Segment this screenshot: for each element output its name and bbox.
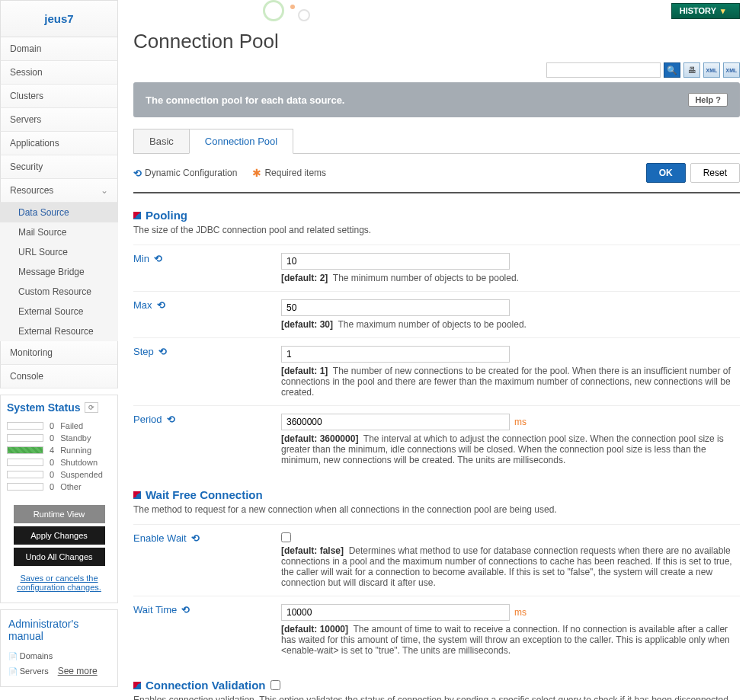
step-label: Step⟲ bbox=[133, 346, 281, 398]
enable-wait-help: [default: false] Determines what method … bbox=[281, 545, 740, 588]
min-help: [default: 2] The minimum number of objec… bbox=[281, 273, 740, 283]
admin-link-domains[interactable]: Domains bbox=[8, 648, 110, 663]
nav-clusters[interactable]: Clusters bbox=[0, 85, 118, 108]
xml-export-icon[interactable]: XML bbox=[723, 62, 740, 78]
search-icon[interactable]: 🔍 bbox=[664, 62, 680, 78]
nav-console[interactable]: Console bbox=[0, 365, 118, 388]
status-failed: 0Failed bbox=[7, 420, 111, 432]
history-button[interactable]: HISTORY bbox=[671, 3, 740, 19]
step-help: [default: 1] The number of new connectio… bbox=[281, 366, 740, 398]
wait-desc: The method to request for a new connecti… bbox=[133, 504, 740, 515]
dynamic-icon: ⟲ bbox=[181, 604, 190, 615]
dynamic-icon: ⟲ bbox=[157, 299, 165, 311]
admin-manual-title: Administrator's manual bbox=[8, 618, 110, 642]
dynamic-icon: ⟲ bbox=[154, 253, 162, 264]
period-help: [default: 3600000] The interval at which… bbox=[281, 433, 740, 465]
sub-mail-source[interactable]: Mail Source bbox=[0, 222, 118, 242]
decorative-circles bbox=[263, 0, 339, 23]
dynamic-icon: ⟲ bbox=[167, 414, 175, 425]
page-title: Connection Pool bbox=[133, 19, 740, 62]
pooling-title: Pooling bbox=[133, 209, 740, 222]
validation-checkbox[interactable] bbox=[270, 680, 280, 690]
tab-basic[interactable]: Basic bbox=[133, 129, 190, 154]
reset-button[interactable]: Reset bbox=[690, 163, 740, 183]
period-label: Period⟲ bbox=[133, 414, 281, 465]
status-refresh-icon[interactable]: ⟳ bbox=[85, 402, 98, 413]
xml-import-icon[interactable]: XML bbox=[703, 62, 720, 78]
legend-required: ✱Required items bbox=[252, 167, 326, 179]
wait-time-help: [default: 10000] The amount of time to w… bbox=[281, 624, 740, 656]
nav-servers[interactable]: Servers bbox=[0, 108, 118, 132]
apply-changes-button[interactable]: Apply Changes bbox=[14, 526, 105, 545]
status-running: 4Running bbox=[7, 444, 111, 456]
ok-button[interactable]: OK bbox=[646, 163, 686, 183]
wait-title: Wait Free Connection bbox=[133, 488, 740, 501]
undo-changes-button[interactable]: Undo All Changes bbox=[14, 548, 105, 566]
min-label: Min⟲ bbox=[133, 253, 281, 283]
sub-url-source[interactable]: URL Source bbox=[0, 242, 118, 262]
save-cancel-note[interactable]: Saves or cancels the configuration chang… bbox=[7, 569, 111, 596]
nav-domain[interactable]: Domain bbox=[0, 37, 118, 61]
legend-dynamic: ⟲Dynamic Configuration bbox=[133, 167, 237, 179]
print-icon[interactable]: 🖶 bbox=[683, 62, 700, 78]
tab-connection-pool[interactable]: Connection Pool bbox=[189, 129, 293, 154]
min-input[interactable] bbox=[281, 253, 510, 270]
sub-custom-resource[interactable]: Custom Resource bbox=[0, 282, 118, 302]
period-input[interactable] bbox=[281, 414, 510, 430]
admin-link-servers[interactable]: Servers bbox=[8, 663, 49, 679]
runtime-view-button[interactable]: Runtime View bbox=[14, 505, 105, 523]
dynamic-icon: ⟲ bbox=[191, 532, 200, 544]
status-other: 0Other bbox=[7, 481, 111, 493]
period-unit: ms bbox=[514, 417, 527, 427]
system-status-title: System Status⟳ bbox=[7, 401, 111, 414]
sub-message-bridge[interactable]: Message Bridge bbox=[0, 262, 118, 282]
enable-wait-checkbox[interactable] bbox=[281, 532, 291, 542]
wait-time-input[interactable] bbox=[281, 604, 510, 621]
status-shutdown: 0Shutdown bbox=[7, 456, 111, 468]
nav-resources[interactable]: Resources bbox=[0, 179, 118, 203]
dynamic-icon: ⟲ bbox=[133, 168, 142, 179]
wait-time-unit: ms bbox=[514, 607, 527, 618]
required-icon: ✱ bbox=[252, 167, 261, 179]
nav-monitoring[interactable]: Monitoring bbox=[0, 341, 118, 365]
enable-wait-label: Enable Wait⟲ bbox=[133, 532, 281, 588]
pooling-desc: The size of the JDBC connection pool and… bbox=[133, 225, 740, 235]
max-input[interactable] bbox=[281, 299, 510, 316]
validation-desc: Enables connection validation. This opti… bbox=[133, 695, 740, 700]
step-input[interactable] bbox=[281, 346, 510, 363]
sub-external-source[interactable]: External Source bbox=[0, 302, 118, 321]
dynamic-icon: ⟲ bbox=[158, 346, 167, 357]
wait-time-label: Wait Time⟲ bbox=[133, 604, 281, 656]
sub-data-source[interactable]: Data Source bbox=[0, 203, 118, 222]
nav-security[interactable]: Security bbox=[0, 155, 118, 179]
validation-title: Connection Validation bbox=[133, 679, 740, 692]
sub-external-resource[interactable]: External Resource bbox=[0, 321, 118, 341]
brand-logo[interactable]: jeus7 bbox=[0, 0, 118, 37]
status-suspended: 0Suspended bbox=[7, 468, 111, 481]
search-input[interactable] bbox=[546, 62, 661, 78]
max-label: Max⟲ bbox=[133, 299, 281, 330]
see-more-link[interactable]: See more bbox=[58, 666, 98, 676]
nav-session[interactable]: Session bbox=[0, 61, 118, 85]
max-help: [default: 30] The maximum number of obje… bbox=[281, 319, 740, 330]
help-button[interactable]: Help ? bbox=[688, 93, 728, 107]
nav-applications[interactable]: Applications bbox=[0, 132, 118, 155]
status-standby: 0Standby bbox=[7, 432, 111, 444]
description-bar: The connection pool for each data source… bbox=[133, 82, 740, 117]
